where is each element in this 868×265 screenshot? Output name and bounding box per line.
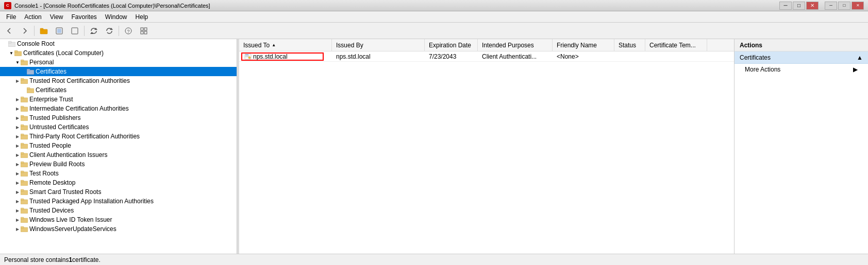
tree-arrow-wsus: ▶	[14, 226, 21, 232]
window-button[interactable]	[68, 24, 82, 38]
actions-item-more-actions[interactable]: More Actions ▶	[735, 64, 868, 75]
col-header-issued-to[interactable]: Issued To ▲	[239, 39, 332, 51]
tree-arrow-certs-local: ▼	[8, 50, 14, 56]
tree-item-certs-personal[interactable]: Certificates	[0, 67, 237, 76]
tree-label-certs-local: Certificates (Local Computer)	[23, 49, 104, 57]
cell-intended-purposes: Client Authenticati...	[478, 51, 553, 61]
tree-label-trusted-people: Trusted People	[29, 142, 71, 149]
col-header-issued-by[interactable]: Issued By	[332, 39, 425, 51]
toolbar-sep-2	[84, 26, 85, 36]
tree-item-client-auth[interactable]: ▶ Client Authentication Issuers	[0, 150, 237, 160]
tree-item-console-root[interactable]: Console Root	[0, 39, 237, 48]
svg-rect-29	[21, 106, 24, 108]
col-header-friendly-name[interactable]: Friendly Name	[553, 39, 614, 51]
sync-button[interactable]	[87, 24, 101, 38]
menu-file[interactable]: File	[2, 12, 20, 22]
tree-arrow-test-roots: ▶	[14, 170, 21, 176]
tree-item-third-party-root[interactable]: ▶ Third-Party Root Certification Authori…	[0, 132, 237, 141]
tree-item-smart-card[interactable]: ▶ Smart Card Trusted Roots	[0, 187, 237, 197]
tree-panel[interactable]: Console Root ▼ Certificates (Local Compu…	[0, 39, 237, 254]
svg-rect-21	[27, 69, 30, 71]
tree-item-trusted-people[interactable]: ▶ Trusted People	[0, 141, 237, 150]
menu-bar: File Action View Favorites Window Help	[0, 11, 868, 23]
tree-item-trusted-root-certs[interactable]: Certificates	[0, 85, 237, 95]
tree-item-untrusted-certs[interactable]: ▶ Untrusted Certificates	[0, 122, 237, 132]
tree-label-untrusted-certs: Untrusted Certificates	[29, 123, 89, 131]
tree-item-certs-local[interactable]: ▼ Certificates (Local Computer)	[0, 48, 237, 58]
table-row[interactable]: nps.std.local nps.std.local 7/23/2043 Cl…	[239, 51, 734, 62]
back-button[interactable]	[2, 24, 16, 38]
tree-item-preview-build[interactable]: ▶ Preview Build Roots	[0, 160, 237, 169]
tree-item-test-roots[interactable]: ▶ Test Roots	[0, 169, 237, 178]
actions-section-certificates[interactable]: Certificates ▲	[735, 51, 868, 64]
folder-icon-trusted-root-certs	[27, 87, 34, 93]
status-count: 1	[69, 256, 72, 263]
col-header-intended-purposes[interactable]: Intended Purposes	[478, 39, 553, 51]
tree-arrow-intermediate-ca: ▶	[14, 105, 21, 112]
help-button[interactable]: ?	[121, 24, 136, 38]
close-button[interactable]: ✕	[806, 2, 819, 10]
open-folder-button[interactable]	[37, 24, 51, 38]
menu-window[interactable]: Window	[101, 12, 131, 22]
list-body[interactable]: nps.std.local nps.std.local 7/23/2043 Cl…	[239, 51, 734, 254]
tree-item-trusted-pkg-app[interactable]: ▶ Trusted Packaged App Installation Auth…	[0, 197, 237, 206]
minimize-button-2[interactable]: ─	[825, 2, 837, 10]
menu-favorites[interactable]: Favorites	[68, 12, 101, 22]
tree-arrow-preview-build: ▶	[14, 161, 21, 167]
tree-label-trusted-root: Trusted Root Certification Authorities	[29, 77, 130, 84]
tree-arrow-personal: ▼	[14, 59, 21, 65]
list-panel: Issued To ▲ Issued By Expiration Date In…	[239, 39, 734, 254]
tree-item-windows-live-id[interactable]: ▶ Windows Live ID Token Issuer	[0, 215, 237, 224]
title-bar-left: C Console1 - [Console Root\Certificates …	[4, 2, 210, 9]
folder-icon-certs-personal	[27, 68, 34, 75]
svg-rect-47	[21, 189, 24, 191]
tree-arrow-third-party-root: ▶	[14, 133, 21, 139]
folder-icon-enterprise-trust	[21, 96, 28, 102]
chevron-right-icon: ▶	[853, 66, 858, 73]
restore-button-2[interactable]: □	[838, 2, 850, 10]
title-text: Console1 - [Console Root\Certificates (L…	[14, 3, 210, 9]
restore-button[interactable]: □	[793, 2, 805, 10]
svg-rect-35	[21, 134, 24, 136]
cell-issued-to: nps.std.local	[239, 51, 332, 61]
tree-item-trusted-devices[interactable]: ▶ Trusted Devices	[0, 206, 237, 215]
close-button-2[interactable]: ✕	[852, 2, 864, 10]
toolbar: ?	[0, 23, 868, 39]
col-header-cert-template[interactable]: Certificate Tem...	[645, 39, 707, 51]
svg-rect-13	[144, 31, 147, 34]
folder-icon-trusted-pkg-app	[21, 198, 28, 204]
menu-help[interactable]: Help	[131, 12, 153, 22]
folder-icon-trusted-devices	[21, 207, 28, 214]
grid-button[interactable]	[137, 24, 151, 38]
tree-label-trusted-pkg-app: Trusted Packaged App Installation Author…	[29, 198, 154, 205]
toolbar-sep-3	[119, 26, 119, 36]
tree-item-trusted-root[interactable]: ▶ Trusted Root Certification Authorities	[0, 76, 237, 85]
tree-label-console-root: Console Root	[17, 40, 55, 47]
minimize-button[interactable]: ─	[779, 2, 792, 10]
status-bar: Personal store contains 1 certificate.	[0, 254, 868, 265]
menu-action[interactable]: Action	[20, 12, 45, 22]
folder-icon-remote-desktop	[21, 180, 28, 186]
tree-item-personal[interactable]: ▼ Personal	[0, 58, 237, 67]
sync2-button[interactable]	[102, 24, 116, 38]
col-header-status[interactable]: Status	[614, 39, 645, 51]
tree-item-intermediate-ca[interactable]: ▶ Intermediate Certification Authorities	[0, 104, 237, 113]
tree-label-smart-card: Smart Card Trusted Roots	[29, 188, 101, 196]
cell-expiration-date: 7/23/2043	[425, 51, 478, 61]
svg-rect-58	[245, 56, 249, 56]
col-header-expiration-date[interactable]: Expiration Date	[425, 39, 478, 51]
toolbar-sep-1	[34, 26, 35, 36]
chevron-up-icon: ▲	[857, 54, 863, 61]
main-content: Console Root ▼ Certificates (Local Compu…	[0, 39, 868, 254]
tree-item-wsus[interactable]: ▶ WindowsServerUpdateServices	[0, 224, 237, 234]
tree-item-trusted-publishers[interactable]: ▶ Trusted Publishers	[0, 113, 237, 122]
tree-item-enterprise-trust[interactable]: ▶ Enterprise Trust	[0, 95, 237, 104]
tree-arrow-untrusted-certs: ▶	[14, 124, 21, 130]
snap-button[interactable]	[52, 24, 66, 38]
folder-icon-personal	[21, 59, 28, 65]
folder-icon-windows-live-id	[21, 217, 28, 223]
menu-view[interactable]: View	[46, 12, 68, 22]
svg-rect-59	[245, 57, 249, 57]
tree-item-remote-desktop[interactable]: ▶ Remote Desktop	[0, 178, 237, 187]
forward-button[interactable]	[18, 24, 32, 38]
